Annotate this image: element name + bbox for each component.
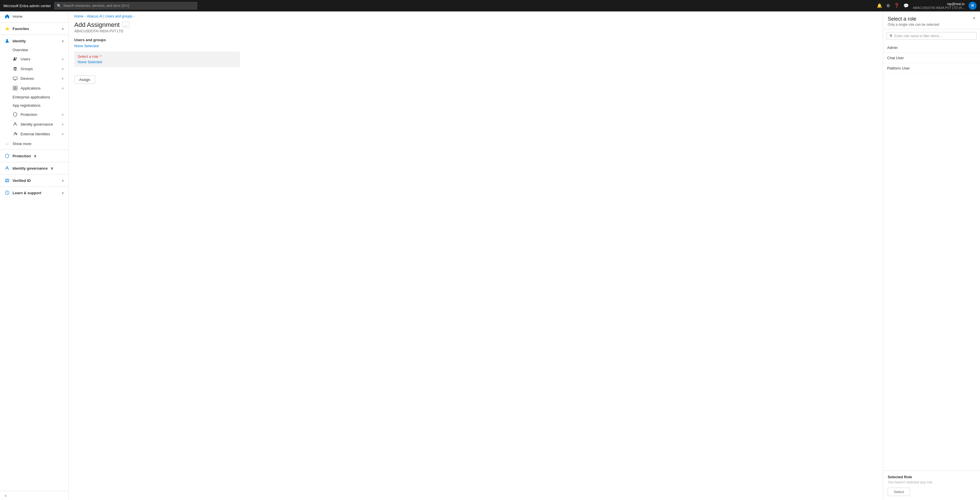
sidebar-favorites-label: Favorites: [13, 27, 59, 31]
svg-rect-7: [14, 80, 16, 80]
sidebar-users[interactable]: Users ∨: [0, 54, 68, 64]
users-groups-label: Users and groups: [74, 38, 877, 42]
breadcrumb: Home › Abacus.AI | Users and groups ›: [68, 11, 883, 21]
sidebar-favorites[interactable]: ⭐ Favorites ∧: [0, 24, 68, 34]
groups-chevron: ∨: [62, 67, 64, 70]
sidebar-learn-support[interactable]: Learn & support ∧: [0, 188, 68, 198]
sidebar-identity-label: Identity: [13, 39, 59, 43]
role-label-text: Select a role: [78, 54, 98, 59]
sidebar-applications[interactable]: Applications ∧: [0, 83, 68, 93]
role-filter-input[interactable]: [894, 34, 974, 38]
sidebar-learn-support-label: Learn & support: [13, 191, 59, 195]
page-header: Add Assignment ... ABACUSDOTAI INDIA PVT…: [68, 21, 883, 38]
select-button[interactable]: Select: [888, 488, 910, 496]
sidebar-identity-governance[interactable]: Identity governance ∨: [0, 119, 68, 129]
devices-chevron: ∨: [62, 77, 64, 80]
sidebar-show-more[interactable]: ··· Show more: [0, 139, 68, 149]
sidebar-protection[interactable]: Protection ∨: [0, 110, 68, 119]
home-icon: [5, 14, 10, 19]
svg-rect-8: [13, 86, 15, 88]
identity-governance-icon: [13, 121, 18, 127]
breadcrumb-sep-2: ›: [134, 14, 135, 18]
svg-point-1: [14, 58, 16, 59]
sidebar-identity-governance-section-label: Identity governance: [13, 166, 48, 171]
sidebar-devices[interactable]: Devices ∨: [0, 73, 68, 83]
main-content: Home › Abacus.AI | Users and groups › Ad…: [68, 11, 883, 500]
role-list-item[interactable]: Admin: [883, 43, 980, 53]
sidebar-identity[interactable]: Identity ∧: [0, 36, 68, 46]
sidebar-external-identities-label: External Identities: [21, 132, 59, 136]
right-panel: Select a role Only a single role can be …: [883, 11, 980, 500]
applications-icon: [13, 86, 18, 91]
help-icon[interactable]: ❓: [894, 3, 899, 8]
assign-button[interactable]: Assign: [74, 75, 95, 84]
svg-point-0: [6, 39, 8, 41]
sidebar-external-identities[interactable]: External Identities ∨: [0, 129, 68, 139]
verified-id-icon: [5, 178, 10, 183]
ellipsis-button[interactable]: ...: [122, 22, 129, 28]
sidebar-item-enterprise-apps[interactable]: Enterprise applications: [0, 93, 68, 101]
panel-title: Select a role: [888, 16, 939, 22]
verified-id-chevron: ∨: [62, 179, 64, 182]
sidebar-item-home[interactable]: Home: [0, 11, 68, 21]
selected-role-label: Selected Role: [888, 475, 975, 479]
applications-chevron: ∧: [62, 87, 64, 90]
none-selected-link[interactable]: None Selected: [74, 44, 877, 48]
favorites-chevron: ∧: [62, 27, 64, 30]
svg-point-3: [13, 67, 14, 69]
sidebar-section-identity-governance[interactable]: Identity governance ∨: [0, 163, 68, 173]
section-identity-governance-icon: [5, 166, 10, 171]
panel-close-button[interactable]: ×: [973, 16, 975, 21]
panel-subtitle: Only a single role can be selected: [888, 22, 939, 27]
external-identities-chevron: ∨: [62, 133, 64, 136]
devices-icon: [13, 76, 18, 81]
notification-icon[interactable]: 🔔: [877, 3, 882, 8]
user-name: ray@reai.io: [947, 2, 964, 6]
external-identities-icon: [13, 131, 18, 136]
role-label: Select a role *: [78, 54, 237, 59]
collapse-icon: «: [5, 494, 6, 498]
identity-chevron: ∧: [62, 40, 64, 43]
identity-icon: [5, 38, 10, 43]
breadcrumb-home[interactable]: Home: [74, 14, 83, 18]
topbar: Microsoft Entra admin center 🔍 🔔 ⚙ ❓ 💬 r…: [0, 0, 980, 11]
sidebar: Home ⭐ Favorites ∧ Identity ∧ Overview: [0, 11, 68, 500]
panel-footer: Selected Role You haven't selected any r…: [883, 471, 980, 500]
search-input[interactable]: [63, 4, 194, 8]
sidebar-protection-label: Protection: [21, 112, 59, 117]
breadcrumb-app[interactable]: Abacus.AI | Users and groups: [87, 14, 132, 18]
panel-header: Select a role Only a single role can be …: [883, 11, 980, 29]
protection-chevron: ∨: [62, 113, 64, 116]
role-none-selected-link[interactable]: None Selected: [78, 60, 102, 64]
topbar-title: Microsoft Entra admin center: [3, 4, 51, 8]
sidebar-verified-id[interactable]: Verified ID ∨: [0, 176, 68, 185]
sidebar-divider-4: [0, 162, 68, 162]
svg-rect-9: [16, 86, 17, 88]
sidebar-collapse-btn[interactable]: «: [0, 491, 68, 500]
sidebar-groups[interactable]: Groups ∨: [0, 64, 68, 73]
role-list: AdminChat UserPlatform User: [883, 43, 980, 471]
user-avatar[interactable]: R: [969, 2, 977, 10]
feedback-icon[interactable]: 💬: [904, 3, 909, 8]
sidebar-item-app-registrations[interactable]: App registrations: [0, 101, 68, 110]
topbar-user[interactable]: ray@reai.io ABACUSDOTAI INDIA PVT LTD (R…: [913, 2, 964, 10]
sidebar-users-label: Users: [21, 57, 59, 61]
favorites-icon: ⭐: [5, 26, 10, 31]
svg-rect-10: [13, 88, 15, 90]
show-more-icon: ···: [5, 141, 10, 146]
learn-support-icon: [5, 190, 10, 195]
identity-governance-section-chevron: ∨: [51, 166, 53, 171]
panel-search-container: ⚗: [886, 32, 977, 40]
sidebar-devices-label: Devices: [21, 77, 59, 81]
sidebar-item-overview[interactable]: Overview: [0, 46, 68, 54]
sidebar-section-protection[interactable]: Protection ∨: [0, 151, 68, 161]
settings-icon[interactable]: ⚙: [886, 3, 890, 8]
sidebar-protection-section-label: Protection: [13, 154, 31, 158]
svg-point-14: [16, 133, 17, 134]
role-list-item[interactable]: Platform User: [883, 63, 980, 73]
role-list-item[interactable]: Chat User: [883, 53, 980, 63]
svg-rect-6: [13, 77, 17, 80]
sidebar-identity-governance-label: Identity governance: [21, 122, 59, 126]
role-select-row: Select a role * None Selected: [74, 51, 240, 67]
svg-point-17: [6, 180, 7, 181]
